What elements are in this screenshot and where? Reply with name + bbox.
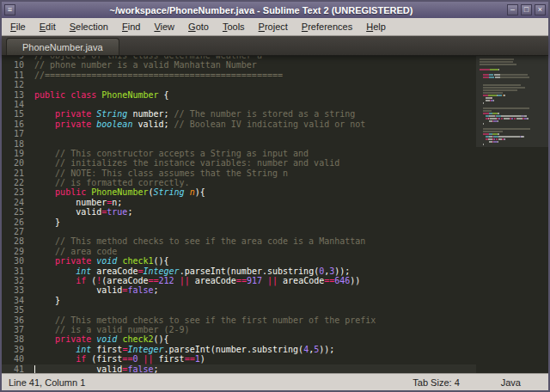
line-number[interactable]: 37	[2, 325, 34, 334]
line-number[interactable]: 21	[2, 168, 34, 178]
code-line[interactable]: 10// phone number is a valid Manhattan N…	[2, 60, 476, 70]
code-line[interactable]: 38 private void check2(){	[2, 334, 476, 344]
code-line[interactable]: 25 valid=true;	[2, 207, 476, 217]
line-number[interactable]: 31	[2, 266, 34, 276]
line-number[interactable]: 19	[2, 149, 34, 158]
code-line[interactable]: 20 // initializes the instance variables…	[2, 158, 476, 168]
code-line[interactable]: 26 }	[2, 217, 476, 227]
code-line[interactable]: 29 // area code	[2, 247, 476, 256]
line-number[interactable]: 41	[2, 364, 34, 374]
window-title: ~/workspace/PhoneNumber.java - Sublime T…	[18, 5, 504, 15]
code-line[interactable]: 16 private boolean valid; // Boolean IV …	[2, 119, 476, 129]
line-number[interactable]: 36	[2, 315, 34, 325]
sublime-window: ≡ ~/workspace/PhoneNumber.java - Sublime…	[0, 0, 550, 392]
maximize-button[interactable]: □	[521, 4, 532, 15]
code-line[interactable]: 22 // is formatted correctly.	[2, 178, 476, 187]
line-number[interactable]: 26	[2, 217, 34, 227]
minimize-button[interactable]: –	[507, 4, 518, 15]
line-number[interactable]: 29	[2, 247, 34, 256]
code-line[interactable]: 33 valid=false;	[2, 285, 476, 295]
code-line[interactable]: 15 private String number; // The number …	[2, 109, 476, 119]
line-number[interactable]: 34	[2, 296, 34, 305]
line-number[interactable]: 14	[2, 100, 34, 109]
line-number[interactable]: 22	[2, 178, 34, 187]
line-number[interactable]: 15	[2, 109, 34, 119]
line-number[interactable]: 32	[2, 276, 34, 285]
code-line[interactable]: 11//====================================…	[2, 70, 476, 80]
line-number[interactable]: 28	[2, 236, 34, 246]
menubar: FileEditSelectionFindViewGotoToolsProjec…	[2, 18, 548, 36]
code-line[interactable]: 28 // This method checks to see if the a…	[2, 236, 476, 246]
window-menu-button[interactable]: ≡	[4, 4, 15, 15]
code-line[interactable]: 17	[2, 129, 476, 138]
menu-tools[interactable]: Tools	[216, 18, 252, 35]
minimap[interactable]	[476, 56, 548, 373]
menu-edit[interactable]: Edit	[33, 18, 63, 35]
code-line[interactable]: 27	[2, 227, 476, 236]
menu-find[interactable]: Find	[115, 18, 147, 35]
code-line[interactable]: 19 // This constructor accepts a String …	[2, 149, 476, 158]
line-number[interactable]: 18	[2, 139, 34, 149]
line-number[interactable]: 10	[2, 60, 34, 70]
line-number[interactable]: 13	[2, 90, 34, 100]
code-line[interactable]: 31 int areaCode=Integer.parseInt(number.…	[2, 266, 476, 276]
code-line[interactable]: 14	[2, 100, 476, 109]
menu-project[interactable]: Project	[252, 18, 295, 35]
syntax-indicator[interactable]: Java	[501, 377, 521, 388]
menu-preferences[interactable]: Preferences	[295, 18, 359, 35]
code-line[interactable]: 23 public PhoneNumber(String n){	[2, 187, 476, 197]
code-line[interactable]: 41 valid=false;	[2, 364, 476, 374]
menu-selection[interactable]: Selection	[63, 18, 115, 35]
tab-size-indicator[interactable]: Tab Size: 4	[412, 377, 459, 388]
code-line[interactable]: 32 if (!(areaCode==212 || areaCode==917 …	[2, 276, 476, 285]
titlebar[interactable]: ≡ ~/workspace/PhoneNumber.java - Sublime…	[2, 2, 548, 18]
line-number[interactable]: 20	[2, 158, 34, 168]
tabbar: PhoneNumber.java	[2, 36, 548, 56]
code-lines: 9// objects of this class determine weat…	[2, 56, 476, 373]
line-number[interactable]: 38	[2, 334, 34, 344]
tab-phonenumber-java[interactable]: PhoneNumber.java	[6, 38, 119, 55]
code-line[interactable]: 24 number=n;	[2, 198, 476, 207]
minimap-viewport[interactable]	[476, 56, 548, 147]
line-number[interactable]: 27	[2, 227, 34, 236]
menu-view[interactable]: View	[147, 18, 181, 35]
menu-help[interactable]: Help	[359, 18, 393, 35]
line-number[interactable]: 40	[2, 354, 34, 364]
tab-label: PhoneNumber.java	[22, 42, 103, 52]
code-line[interactable]: 21 // NOTE: This class assumes that the …	[2, 168, 476, 178]
line-number[interactable]: 23	[2, 187, 34, 197]
line-number[interactable]: 39	[2, 345, 34, 354]
code-line[interactable]: 18	[2, 139, 476, 149]
line-number[interactable]: 25	[2, 207, 34, 217]
code-line[interactable]: 36 // This method checks to see if the f…	[2, 315, 476, 325]
line-number[interactable]: 12	[2, 80, 34, 89]
close-button[interactable]: ×	[535, 4, 546, 15]
code-line[interactable]: 35	[2, 305, 476, 315]
menu-goto[interactable]: Goto	[181, 18, 216, 35]
line-number[interactable]: 33	[2, 285, 34, 295]
code-line[interactable]: 13public class PhoneNumber {	[2, 90, 476, 100]
code-line[interactable]: 34 }	[2, 296, 476, 305]
menu-file[interactable]: File	[3, 18, 33, 35]
code-line[interactable]: 37 // is a valid number (2-9)	[2, 325, 476, 334]
line-number[interactable]: 16	[2, 119, 34, 129]
statusbar: Line 41, Column 1 Tab Size: 4 Java	[2, 373, 548, 390]
line-number[interactable]: 30	[2, 256, 34, 266]
line-number[interactable]: 35	[2, 305, 34, 315]
line-number[interactable]: 17	[2, 129, 34, 138]
code-line[interactable]: 30 private void check1(){	[2, 256, 476, 266]
editor: 9// objects of this class determine weat…	[2, 56, 548, 373]
cursor-position: Line 41, Column 1	[9, 377, 85, 388]
code-line[interactable]: 12	[2, 80, 476, 89]
line-number[interactable]: 24	[2, 198, 34, 207]
code-line[interactable]: 39 int first=Integer.parseInt(number.sub…	[2, 345, 476, 354]
code-area[interactable]: 9// objects of this class determine weat…	[2, 56, 476, 373]
code-line[interactable]: 40 if (first==0 || first==1)	[2, 354, 476, 364]
line-number[interactable]: 11	[2, 70, 34, 80]
